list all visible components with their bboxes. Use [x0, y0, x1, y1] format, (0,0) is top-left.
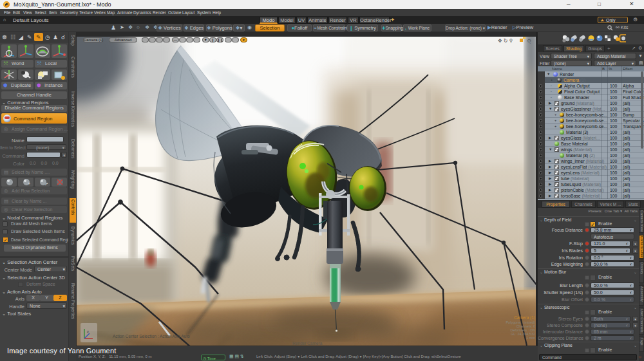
svg-text:+: +: [28, 181, 30, 186]
svg-text:z: z: [87, 329, 89, 333]
svg-text:↗: ↗: [44, 181, 48, 186]
